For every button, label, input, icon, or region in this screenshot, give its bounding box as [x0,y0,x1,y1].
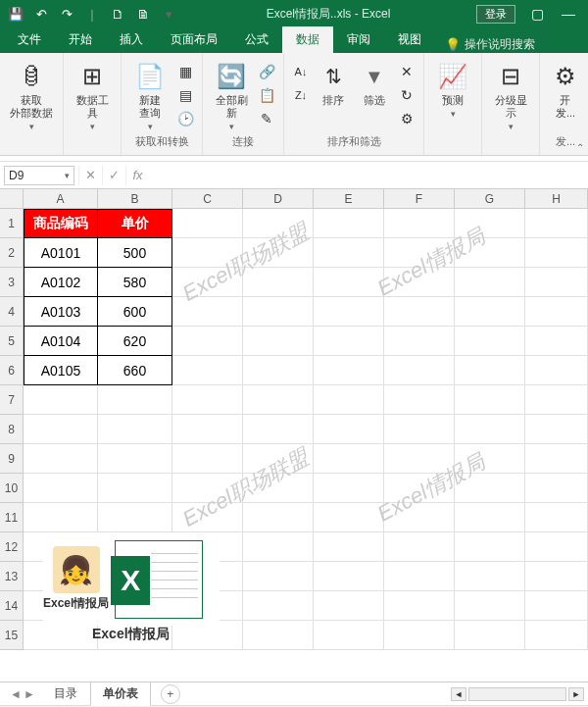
cell[interactable] [525,532,588,562]
cell[interactable] [525,268,588,297]
tell-me-search[interactable]: 💡 操作说明搜索 [435,36,535,53]
qat-dropdown-icon[interactable]: ▾ [157,4,180,24]
cell[interactable] [172,327,243,356]
cell[interactable] [525,356,588,385]
cell[interactable] [243,415,314,444]
cell[interactable] [243,327,314,356]
cell[interactable] [525,444,588,474]
new-query-button[interactable]: 📄 新建 查询 ▾ [127,59,172,133]
cell[interactable] [455,415,525,444]
clear-filter-icon[interactable]: ✕ [396,61,417,82]
cell[interactable] [455,356,525,385]
cell[interactable] [243,562,314,591]
recent-sources-icon[interactable]: 🕑 [174,108,196,129]
cell[interactable]: A0104 [24,327,98,356]
sort-button[interactable]: ⇅ 排序 [314,59,353,109]
cell[interactable] [24,474,98,503]
tab-formulas[interactable]: 公式 [231,26,282,53]
redo-icon[interactable]: ↷ [55,4,78,24]
sheet-tab[interactable]: 目录 [41,682,90,706]
row-header[interactable]: 9 [0,444,24,474]
cell[interactable] [314,238,384,268]
cell[interactable] [314,591,384,621]
cell[interactable] [243,503,314,532]
cell[interactable]: 单价 [98,209,172,238]
name-box[interactable]: D9 ▾ [4,166,74,185]
cell[interactable] [172,356,243,385]
cell[interactable] [172,385,243,415]
refresh-all-button[interactable]: 🔄 全部刷新 ▾ [209,59,254,133]
show-queries-icon[interactable]: ▦ [174,61,196,82]
row-header[interactable]: 13 [0,562,24,591]
sheet-nav-prev-icon[interactable]: ◄ [10,687,22,701]
column-header[interactable]: E [314,189,384,209]
column-header[interactable]: A [24,189,98,209]
cell[interactable] [243,621,314,650]
cell[interactable]: A0103 [24,297,98,327]
row-header[interactable]: 12 [0,532,24,562]
cell[interactable] [98,415,172,444]
cell[interactable]: A0101 [24,238,98,268]
sheet-tab[interactable]: 单价表 [90,682,151,706]
row-header[interactable]: 11 [0,503,24,532]
tab-view[interactable]: 视图 [384,26,435,53]
tab-data[interactable]: 数据 [282,26,333,53]
column-header[interactable]: F [384,189,455,209]
cell[interactable] [314,327,384,356]
cell[interactable] [172,474,243,503]
cell[interactable] [384,532,455,562]
outline-button[interactable]: ⊟ 分级显示 ▾ [488,59,533,133]
cell[interactable] [314,356,384,385]
sort-asc-icon[interactable]: A↓ [290,61,312,82]
column-header[interactable]: C [172,189,243,209]
undo-icon[interactable]: ↶ [29,4,53,24]
cell[interactable] [314,444,384,474]
cell[interactable]: A0105 [24,356,98,385]
cell[interactable] [455,532,525,562]
cell[interactable] [24,503,98,532]
print-preview-icon[interactable]: 🗋 [106,4,129,24]
data-tools-button[interactable]: ⊞ 数据工具 ▾ [70,59,115,133]
cell[interactable] [314,297,384,327]
scroll-right-icon[interactable]: ► [568,687,584,701]
cell[interactable] [525,238,588,268]
cell[interactable] [525,474,588,503]
cell[interactable] [24,415,98,444]
row-header[interactable]: 2 [0,238,24,268]
column-header[interactable]: D [243,189,314,209]
cell[interactable] [455,385,525,415]
collapse-ribbon-icon[interactable]: ⌃ [576,142,584,153]
from-table-icon[interactable]: ▤ [174,84,196,106]
row-header[interactable]: 6 [0,356,24,385]
cell[interactable]: 580 [98,268,172,297]
row-header[interactable]: 14 [0,591,24,621]
cell[interactable] [243,209,314,238]
cell[interactable] [314,209,384,238]
scroll-left-icon[interactable]: ◄ [451,687,466,701]
cell[interactable]: 620 [98,327,172,356]
row-header[interactable]: 1 [0,209,24,238]
cell[interactable] [525,297,588,327]
cell[interactable] [455,327,525,356]
cell[interactable] [384,356,455,385]
cell[interactable] [314,503,384,532]
cell[interactable] [525,209,588,238]
formula-input[interactable] [149,166,588,185]
cell[interactable] [384,385,455,415]
cell[interactable] [525,591,588,621]
sheet-nav-next-icon[interactable]: ► [24,687,35,701]
cell[interactable] [243,356,314,385]
chevron-down-icon[interactable]: ▾ [65,171,70,180]
cell[interactable] [455,444,525,474]
cell[interactable] [384,415,455,444]
scroll-track[interactable] [468,687,566,701]
cell[interactable] [98,503,172,532]
cell[interactable]: 商品编码 [24,209,98,238]
reapply-icon[interactable]: ↻ [396,84,417,106]
cell[interactable] [455,562,525,591]
ribbon-options-icon[interactable]: ▢ [521,4,553,24]
cell[interactable]: 600 [98,297,172,327]
filter-button[interactable]: ▼ 筛选 [355,59,394,109]
cell[interactable] [243,268,314,297]
fx-icon[interactable]: fx [125,166,149,185]
